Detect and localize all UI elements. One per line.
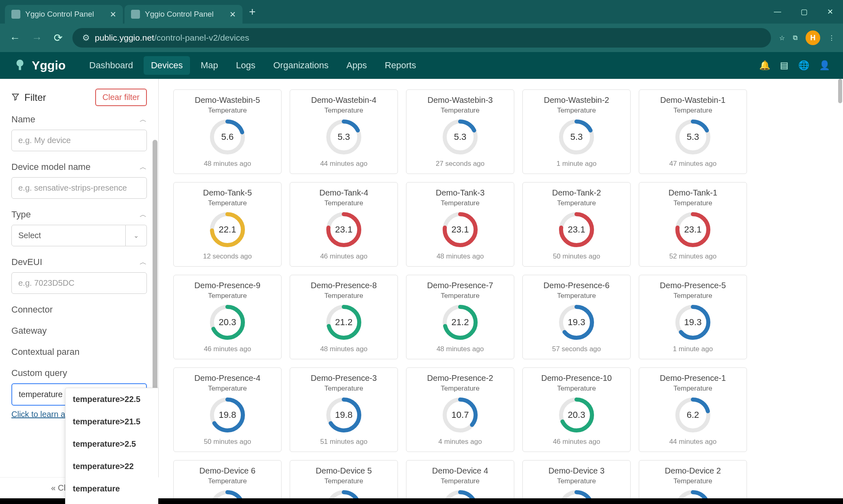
filter-model-label[interactable]: Device model name ︿ [11,162,147,172]
autocomplete-item[interactable]: temperature>2.5 [66,433,159,455]
device-timestamp: 48 minutes ago [437,252,484,261]
device-card[interactable]: Demo-Wastebin-4Temperature5.344 minutes … [290,89,398,174]
device-card[interactable]: Demo-Wastebin-2Temperature5.31 minute ag… [522,89,631,174]
device-card[interactable]: Demo-Presence-6Temperature19.357 seconds… [522,275,631,359]
temperature-gauge: 21.2 [325,303,363,341]
temperature-gauge: 21.2 [441,303,479,341]
label-text: Connector [11,304,53,315]
device-card[interactable]: Demo-Presence-9Temperature20.346 minutes… [173,275,282,359]
book-icon[interactable]: ▤ [780,60,788,71]
profile-avatar[interactable]: H [806,30,820,45]
filter-connector-label[interactable]: Connector [11,304,147,315]
nav-item-map[interactable]: Map [193,56,225,75]
nav-item-organizations[interactable]: Organizations [266,56,336,75]
device-timestamp: 4 minutes ago [439,438,482,446]
filter-gateway-label[interactable]: Gateway [11,326,147,336]
nav-item-dashboard[interactable]: Dashboard [82,56,140,75]
gauge-value: 5.3 [338,132,350,142]
browser-tab-active[interactable]: Yggio Control Panel ✕ [5,5,123,24]
site-settings-icon[interactable]: ⚙ [82,33,90,43]
nav-item-apps[interactable]: Apps [339,56,374,75]
device-name: Demo-Device 2 [665,466,721,476]
label-text: Custom query [11,368,67,378]
browser-tab[interactable]: Yggio Control Panel ✕ [124,5,242,24]
user-icon[interactable]: 👤 [819,60,830,71]
device-name: Demo-Wastebin-3 [428,96,493,105]
menu-icon[interactable]: ⋮ [828,34,835,42]
close-window-icon[interactable]: ✕ [822,4,838,20]
device-card[interactable]: Demo-Presence-7Temperature21.248 minutes… [406,275,514,359]
device-card[interactable]: Demo-Device 5Temperature7 [290,460,398,504]
forward-icon[interactable]: → [30,30,44,46]
device-card[interactable]: Demo-Tank-5Temperature22.112 seconds ago [173,182,282,267]
device-metric: Temperature [208,477,247,485]
device-card[interactable]: Demo-Tank-2Temperature23.150 minutes ago [522,182,631,267]
device-metric: Temperature [673,477,712,485]
address-bar: ← → ⟳ ⚙ public.yggio.net/control-panel-v… [0,24,843,52]
nav-item-logs[interactable]: Logs [229,56,263,75]
filter-name-label[interactable]: Name ︿ [11,114,147,125]
autocomplete-item[interactable]: temperature>22 [66,455,159,478]
device-timestamp: 50 minutes ago [204,438,251,446]
device-card[interactable]: Demo-Tank-4Temperature23.146 minutes ago [290,182,398,267]
autocomplete-item[interactable]: temperature [66,478,159,500]
device-card[interactable]: Demo-Device 3Temperature7 [522,460,631,504]
temperature-gauge: 23.1 [325,211,363,249]
gauge-value: 20.3 [219,317,236,328]
device-card[interactable]: Demo-Presence-8Temperature21.248 minutes… [290,275,398,359]
device-card[interactable]: Demo-Presence-4Temperature19.850 minutes… [173,367,282,452]
bookmark-icon[interactable]: ☆ [779,34,785,42]
model-input[interactable] [11,177,147,199]
close-icon[interactable]: ✕ [229,10,236,19]
extensions-icon[interactable]: ⧉ [793,34,797,41]
device-metric: Temperature [324,292,363,300]
back-icon[interactable]: ← [8,30,22,46]
content-scrollbar-thumb[interactable] [838,79,842,103]
device-card[interactable]: Demo-Presence-3Temperature19.851 minutes… [290,367,398,452]
temperature-gauge: 19.3 [674,303,712,341]
name-input[interactable] [11,130,147,151]
globe-icon[interactable]: 🌐 [798,60,809,71]
device-card[interactable]: Demo-Presence-1Temperature6.244 minutes … [639,367,747,452]
device-card[interactable]: Demo-Presence-10Temperature20.346 minute… [522,367,631,452]
deveui-input[interactable] [11,272,147,294]
scrollbar-thumb[interactable] [153,140,157,416]
device-card[interactable]: Demo-Tank-3Temperature23.148 minutes ago [406,182,514,267]
device-card[interactable]: Demo-Device 2Temperature7 [639,460,747,504]
device-card[interactable]: Demo-Wastebin-1Temperature5.347 minutes … [639,89,747,174]
temperature-gauge: 23.1 [674,211,712,249]
device-card[interactable]: Demo-Tank-1Temperature23.152 minutes ago [639,182,747,267]
bell-icon[interactable]: 🔔 [759,60,770,71]
device-timestamp: 48 minutes ago [204,160,251,168]
reload-icon[interactable]: ⟳ [52,30,64,46]
maximize-icon[interactable]: ▢ [796,4,812,20]
window-controls: — ▢ ✕ [769,4,838,20]
filter-type-label[interactable]: Type ︿ [11,209,147,220]
clear-filter-button[interactable]: Clear filter [95,89,147,106]
autocomplete-item[interactable]: temperature>21.5 [66,411,159,433]
autocomplete-item[interactable]: temperature>23 [66,500,159,504]
gauge-value: 22.1 [219,224,236,235]
chevron-down-icon[interactable]: ⌄ [126,225,147,246]
brand-logo[interactable]: Yggio [13,59,66,72]
device-card[interactable]: Demo-Presence-2Temperature10.74 minutes … [406,367,514,452]
device-card[interactable]: Demo-Wastebin-5Temperature5.648 minutes … [173,89,282,174]
autocomplete-item[interactable]: temperature>22.5 [66,388,159,411]
device-card[interactable]: Demo-Presence-5Temperature19.31 minute a… [639,275,747,359]
filter-gateway-section: Gateway [11,326,147,336]
svg-rect-1 [19,65,21,70]
minimize-icon[interactable]: — [769,4,786,20]
filter-contextual-label[interactable]: Contextual paran [11,347,147,357]
filter-deveui-label[interactable]: DevEUI ︿ [11,257,147,267]
nav-item-devices[interactable]: Devices [144,56,190,75]
sidebar: Filter Clear filter Name ︿ Device model … [0,79,159,504]
device-card[interactable]: Demo-Wastebin-3Temperature5.327 seconds … [406,89,514,174]
type-select[interactable]: Select ⌄ [11,225,147,246]
device-metric: Temperature [557,477,596,485]
new-tab-button[interactable]: + [244,5,260,18]
device-card[interactable]: Demo-Device 6Temperature7 [173,460,282,504]
device-card[interactable]: Demo-Device 4Temperature7.2 [406,460,514,504]
nav-item-reports[interactable]: Reports [378,56,424,75]
close-icon[interactable]: ✕ [110,10,116,19]
url-input[interactable]: ⚙ public.yggio.net/control-panel-v2/devi… [72,28,771,48]
